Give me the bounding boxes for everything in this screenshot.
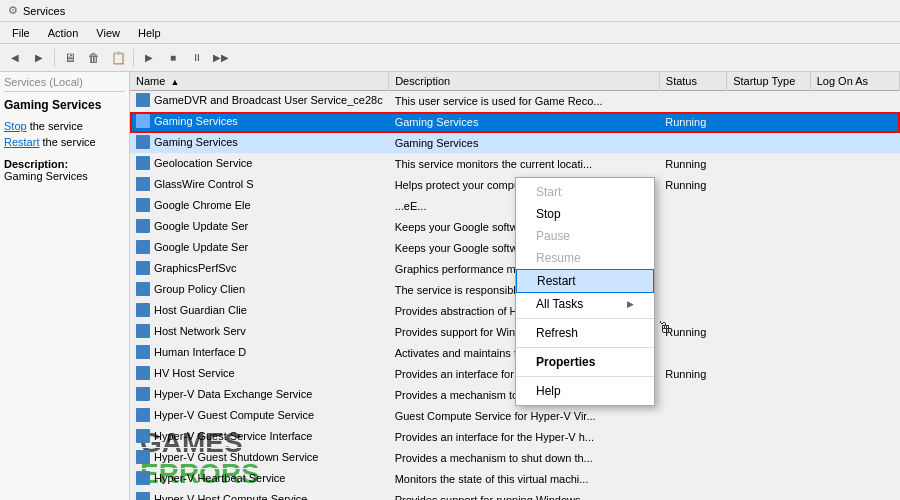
- table-row[interactable]: Gaming ServicesGaming ServicesRunning: [130, 112, 900, 133]
- service-icon: [136, 387, 150, 401]
- menu-help[interactable]: Help: [130, 25, 169, 41]
- service-status-cell: [659, 301, 726, 322]
- services-thead: Name ▲ Description Status Startup Type L…: [130, 72, 900, 91]
- service-icon: [136, 450, 150, 464]
- service-name-cell: Group Policy Clien: [130, 280, 389, 301]
- menu-bar: File Action View Help: [0, 22, 900, 44]
- context-menu-separator-8: [516, 347, 654, 348]
- context-menu-item-resume[interactable]: Resume: [516, 247, 654, 269]
- service-startup-cell: [727, 259, 811, 280]
- col-header-status[interactable]: Status: [659, 72, 726, 91]
- service-name: GraphicsPerfSvc: [154, 262, 237, 274]
- service-status-cell: [659, 406, 726, 427]
- service-startup-cell: [727, 385, 811, 406]
- table-row[interactable]: Geolocation ServiceThis service monitors…: [130, 154, 900, 175]
- service-logon-cell: [810, 343, 899, 364]
- service-desc-cell: Provides an interface for the Hyper-V h.…: [389, 427, 660, 448]
- context-menu-item-stop[interactable]: Stop: [516, 203, 654, 225]
- service-name: Geolocation Service: [154, 157, 252, 169]
- service-icon: [136, 135, 150, 149]
- service-logon-cell: [810, 427, 899, 448]
- stop-text: the service: [27, 120, 83, 132]
- toolbar-stop[interactable]: ■: [162, 47, 184, 69]
- service-desc-cell: Provides support for running Windows ...: [389, 490, 660, 501]
- context-menu-separator-6: [516, 318, 654, 319]
- service-logon-cell: [810, 238, 899, 259]
- service-startup-cell: [727, 301, 811, 322]
- service-status-cell: [659, 133, 726, 154]
- service-name: Human Interface D: [154, 346, 246, 358]
- table-row[interactable]: Gaming ServicesGaming Services: [130, 133, 900, 154]
- service-startup-cell: [727, 280, 811, 301]
- context-menu-item-properties[interactable]: Properties: [516, 351, 654, 373]
- toolbar-up[interactable]: 🖥: [59, 47, 81, 69]
- toolbar: ◀ ▶ 🖥 🗑 📋 ▶ ■ ⏸ ▶▶: [0, 44, 900, 72]
- service-icon: [136, 177, 150, 191]
- service-icon: [136, 345, 150, 359]
- service-status-cell: [659, 91, 726, 112]
- table-row[interactable]: Hyper-V Guest Shutdown ServiceProvides a…: [130, 448, 900, 469]
- service-status-cell: Running: [659, 112, 726, 133]
- table-row[interactable]: GameDVR and Broadcast User Service_ce28c…: [130, 91, 900, 112]
- left-panel: Services (Local) Gaming Services Stop th…: [0, 72, 130, 500]
- stop-link[interactable]: Stop: [4, 120, 27, 132]
- table-row[interactable]: Hyper-V Guest Service InterfaceProvides …: [130, 427, 900, 448]
- desc-text: Gaming Services: [4, 170, 125, 182]
- table-row[interactable]: Hyper-V Heartbeat ServiceMonitors the st…: [130, 469, 900, 490]
- service-startup-cell: [727, 322, 811, 343]
- context-menu-item-help[interactable]: Help: [516, 380, 654, 402]
- col-header-startup[interactable]: Startup Type: [727, 72, 811, 91]
- service-name-cell: Google Update Ser: [130, 217, 389, 238]
- context-menu-item-restart[interactable]: Restart: [516, 269, 654, 293]
- service-name: Group Policy Clien: [154, 283, 245, 295]
- service-status-cell: Running: [659, 175, 726, 196]
- menu-action[interactable]: Action: [40, 25, 87, 41]
- service-icon: [136, 156, 150, 170]
- menu-view[interactable]: View: [88, 25, 128, 41]
- service-status-cell: [659, 385, 726, 406]
- service-status-cell: [659, 259, 726, 280]
- toolbar-pause[interactable]: ⏸: [186, 47, 208, 69]
- service-name: Hyper-V Host Compute Service: [154, 493, 307, 500]
- menu-file[interactable]: File: [4, 25, 38, 41]
- table-row[interactable]: Hyper-V Guest Compute ServiceGuest Compu…: [130, 406, 900, 427]
- context-menu-item-start[interactable]: Start: [516, 181, 654, 203]
- col-header-name[interactable]: Name ▲: [130, 72, 389, 91]
- service-desc-cell: This user service is used for Game Reco.…: [389, 91, 660, 112]
- table-row[interactable]: Hyper-V Host Compute ServiceProvides sup…: [130, 490, 900, 501]
- service-name-cell: Hyper-V Guest Service Interface: [130, 427, 389, 448]
- service-name-cell: GlassWire Control S: [130, 175, 389, 196]
- service-logon-cell: [810, 364, 899, 385]
- service-desc-cell: Provides a mechanism to shut down th...: [389, 448, 660, 469]
- service-logon-cell: [810, 154, 899, 175]
- service-name-cell: Hyper-V Host Compute Service: [130, 490, 389, 501]
- toolbar-back[interactable]: ◀: [4, 47, 26, 69]
- service-startup-cell: [727, 469, 811, 490]
- service-logon-cell: [810, 175, 899, 196]
- service-name: GameDVR and Broadcast User Service_ce28c: [154, 94, 383, 106]
- service-status-cell: Running: [659, 364, 726, 385]
- context-menu-item-all-tasks[interactable]: All Tasks: [516, 293, 654, 315]
- service-logon-cell: [810, 406, 899, 427]
- service-icon: [136, 303, 150, 317]
- toolbar-delete[interactable]: 🗑: [83, 47, 105, 69]
- toolbar-sep1: [54, 49, 55, 67]
- restart-link[interactable]: Restart: [4, 136, 39, 148]
- toolbar-restart[interactable]: ▶▶: [210, 47, 232, 69]
- service-startup-cell: [727, 448, 811, 469]
- context-menu-item-refresh[interactable]: Refresh: [516, 322, 654, 344]
- toolbar-properties[interactable]: 📋: [107, 47, 129, 69]
- toolbar-play[interactable]: ▶: [138, 47, 160, 69]
- service-desc-cell: Gaming Services: [389, 133, 660, 154]
- col-header-logon[interactable]: Log On As: [810, 72, 899, 91]
- service-logon-cell: [810, 301, 899, 322]
- context-menu: StartStopPauseResumeRestartAll TasksRefr…: [515, 177, 655, 406]
- service-name: Gaming Services: [154, 115, 238, 127]
- service-icon: [136, 261, 150, 275]
- service-icon: [136, 240, 150, 254]
- toolbar-forward[interactable]: ▶: [28, 47, 50, 69]
- col-header-desc[interactable]: Description: [389, 72, 660, 91]
- service-icon: [136, 114, 150, 128]
- service-name: Google Update Ser: [154, 220, 248, 232]
- context-menu-item-pause[interactable]: Pause: [516, 225, 654, 247]
